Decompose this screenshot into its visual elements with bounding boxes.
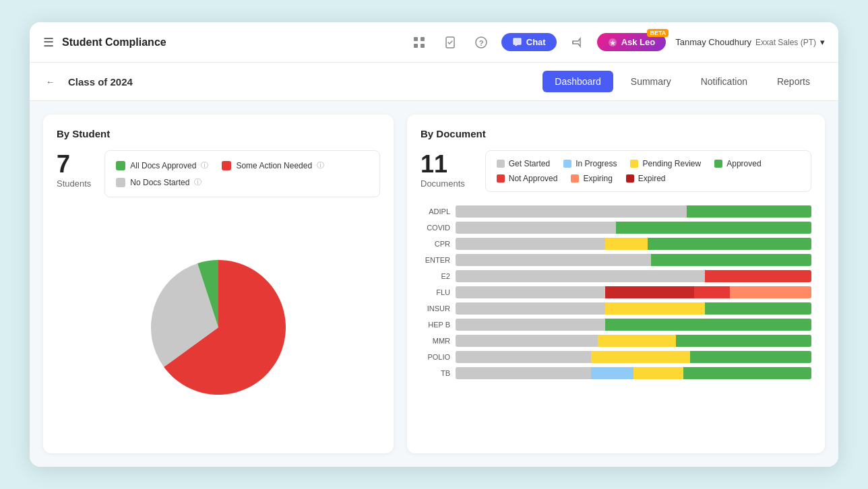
doc-label: Documents — [421, 178, 465, 189]
bar-track — [456, 238, 811, 250]
page-title: Class of 2024 — [68, 76, 133, 88]
bar-segment — [683, 367, 811, 379]
bar-label: ENTER — [421, 256, 450, 264]
bar-segment — [651, 254, 811, 266]
bar-row-cpr: CPR — [421, 238, 811, 250]
legend-get-started-label: Get Started — [509, 159, 550, 168]
bar-label: CPR — [421, 240, 450, 248]
doc-count: 11 — [421, 150, 465, 178]
bar-segment — [456, 286, 605, 298]
bar-row-adipl: ADIPL — [421, 205, 811, 218]
legend-pending-review-label: Pending Review — [642, 159, 701, 168]
bar-track — [456, 302, 811, 315]
main-content: By Student 7 Students All Docs Approved … — [30, 101, 838, 467]
user-info[interactable]: Tanmay Choudhury Exxat Sales (PT) ▾ — [675, 37, 825, 47]
bar-segment — [687, 205, 811, 218]
bar-segment — [605, 286, 694, 298]
bar-row-tb: TB — [421, 367, 811, 379]
bar-segment — [591, 351, 691, 363]
dot-approved — [714, 160, 722, 168]
info-icon-no-docs[interactable]: ⓘ — [194, 177, 202, 187]
bar-label: ADIPL — [421, 207, 450, 216]
legend-get-started: Get Started — [497, 159, 550, 168]
user-name: Tanmay Choudhury — [675, 37, 751, 47]
bar-track — [456, 222, 811, 234]
svg-text:?: ? — [478, 38, 483, 46]
ask-leo-button[interactable]: ★ Ask Leo BETA — [597, 33, 666, 51]
bar-label: POLIO — [421, 353, 450, 361]
tab-summary[interactable]: Summary — [619, 71, 683, 92]
doc-legend: Get Started In Progress Pending Review A… — [485, 150, 811, 192]
bar-track — [456, 205, 811, 218]
help-icon[interactable]: ? — [470, 32, 492, 53]
student-count: 7 — [57, 150, 91, 178]
bar-track — [456, 319, 811, 331]
bar-segment — [456, 222, 616, 234]
info-icon-some-action[interactable]: ⓘ — [317, 160, 324, 170]
nav-icons: ? Chat ★ Ask Leo — [408, 32, 825, 53]
menu-icon[interactable]: ☰ — [43, 35, 54, 50]
app-title: Student Compliance — [62, 36, 400, 48]
bar-track — [456, 351, 811, 363]
legend-green-dot — [116, 161, 125, 170]
bar-track — [456, 335, 811, 347]
bar-track — [456, 286, 811, 298]
ask-leo-label: Ask Leo — [621, 37, 656, 47]
back-button[interactable]: ← — [46, 77, 55, 87]
tab-dashboard[interactable]: Dashboard — [542, 71, 613, 92]
bar-label: E2 — [421, 272, 450, 280]
by-student-panel: By Student 7 Students All Docs Approved … — [43, 115, 394, 453]
student-label: Students — [57, 178, 91, 189]
bar-segment — [676, 335, 811, 347]
bar-segment — [648, 238, 811, 250]
bar-label: COVID — [421, 224, 450, 232]
dot-in-progress — [563, 160, 571, 168]
bar-segment — [605, 302, 705, 315]
bar-row-polio: POLIO — [421, 351, 811, 363]
dot-not-approved — [497, 174, 505, 183]
sub-nav: ← Class of 2024 Dashboard Summary Notifi… — [30, 63, 838, 101]
app-window: ☰ Student Compliance ? — [30, 22, 838, 467]
legend-approved: Approved — [714, 159, 761, 168]
bar-row-e2: E2 — [421, 270, 811, 282]
legend-pending-review: Pending Review — [630, 159, 701, 168]
svg-text:★: ★ — [610, 40, 616, 46]
tab-reports[interactable]: Reports — [765, 71, 822, 92]
bar-segment — [694, 286, 730, 298]
legend-expired: Expired — [626, 174, 666, 183]
bar-chart: ADIPLCOVIDCPRENTERE2FLUINSURHEP BMMRPOLI… — [421, 205, 811, 440]
bar-row-flu: FLU — [421, 286, 811, 298]
tab-notification[interactable]: Notification — [689, 71, 760, 92]
bar-row-hep b: HEP B — [421, 319, 811, 331]
chat-label: Chat — [526, 37, 546, 47]
chevron-down-icon: ▾ — [820, 37, 825, 47]
bar-segment — [730, 286, 811, 298]
bar-segment — [456, 205, 687, 218]
announcement-icon[interactable] — [566, 32, 588, 53]
legend-some-action-label: Some Action Needed — [236, 161, 312, 170]
bar-segment — [456, 302, 605, 315]
bar-segment — [456, 270, 705, 282]
grid-icon[interactable] — [408, 32, 430, 53]
legend-not-approved: Not Approved — [497, 174, 558, 183]
legend-not-approved-label: Not Approved — [509, 174, 558, 183]
bar-segment — [456, 319, 605, 331]
bar-label: HEP B — [421, 321, 450, 329]
info-icon-all-docs[interactable]: ⓘ — [201, 160, 208, 170]
bar-segment — [605, 238, 648, 250]
svg-rect-1 — [421, 37, 425, 41]
legend-all-docs-approved: All Docs Approved ⓘ — [116, 160, 208, 170]
legend-red-dot — [222, 161, 231, 170]
chat-button[interactable]: Chat — [501, 33, 557, 51]
bar-segment — [598, 335, 676, 347]
legend-in-progress: In Progress — [563, 159, 617, 168]
bar-segment — [616, 222, 811, 234]
doc-header: 11 Documents Get Started In Progress Pen… — [421, 150, 811, 192]
bar-track — [456, 367, 811, 379]
legend-gray-dot — [116, 178, 125, 187]
dot-get-started — [497, 160, 505, 168]
legend-all-docs-label: All Docs Approved — [130, 161, 196, 170]
bar-row-covid: COVID — [421, 222, 811, 234]
legend-approved-label: Approved — [726, 159, 761, 168]
doc-check-icon[interactable] — [439, 32, 461, 53]
